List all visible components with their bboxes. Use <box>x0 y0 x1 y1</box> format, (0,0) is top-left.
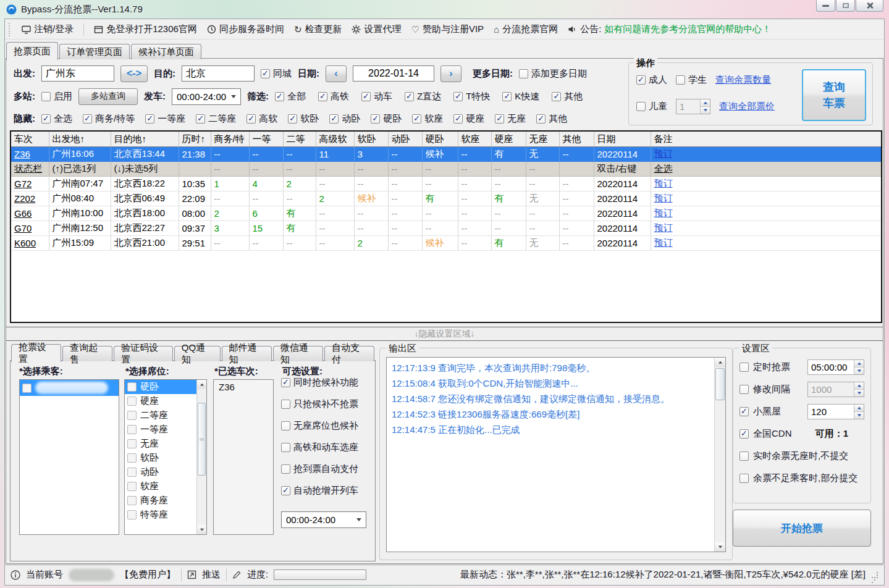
hide-checkbox[interactable]: 软卧 <box>288 113 319 125</box>
seat-option[interactable]: 一等座 <box>125 422 197 437</box>
child-checkbox[interactable]: 儿童 <box>636 101 667 112</box>
child-count-spinner[interactable]: 1 <box>676 99 710 114</box>
open-12306-button[interactable]: 免登录打开12306官网 <box>94 23 197 35</box>
filter-checkbox[interactable]: 全部 <box>275 91 306 103</box>
official-site-button[interactable]: ⌂ 分流抢票官网 <box>494 23 558 35</box>
column-header[interactable]: 目的地↑ <box>111 132 179 147</box>
tab-order-manage[interactable]: 订单管理页面 <box>59 44 130 59</box>
setting-spinner[interactable]: 05:00:00 <box>807 359 864 375</box>
filter-checkbox[interactable]: Z直达 <box>405 91 441 103</box>
prev-date-button[interactable]: ‹ <box>326 65 347 82</box>
maximize-button[interactable] <box>836 0 855 12</box>
scrollbar-thumb[interactable] <box>198 403 206 476</box>
column-header[interactable]: 高级软 <box>316 132 354 147</box>
column-header[interactable]: 无座 <box>526 132 559 147</box>
output-textarea[interactable]: 12:17:13:9 查询完毕，本次查询共用时:798毫秒。12:15:08:4… <box>386 357 726 552</box>
grab-option-checkbox[interactable]: 抢到票自动支付 <box>281 463 358 475</box>
train-number-link[interactable]: Z202 <box>11 191 49 206</box>
spinner-arrows[interactable] <box>854 405 864 419</box>
scroll-down-button[interactable] <box>715 542 725 552</box>
close-button[interactable] <box>856 0 883 12</box>
setting-checkbox[interactable]: 余票不足乘客时,部分提交 <box>739 472 857 484</box>
reserve-link[interactable]: 预订 <box>651 147 881 162</box>
column-header[interactable]: 出发地↑ <box>49 132 111 147</box>
check-update-button[interactable]: ↻ 检查更新 <box>294 23 342 35</box>
student-checkbox[interactable]: 学生 <box>676 74 707 86</box>
same-city-checkbox[interactable]: 同城 <box>261 68 292 80</box>
seat-option[interactable]: 硬卧 <box>125 380 197 394</box>
train-number-link[interactable]: K600 <box>11 236 49 251</box>
setting-checkbox[interactable]: 修改间隔 <box>739 384 790 395</box>
seat-option[interactable]: 无座 <box>125 437 197 451</box>
setting-checkbox[interactable]: 全国CDN <box>739 428 792 440</box>
tab-wechat-notify[interactable]: 微信通知 <box>273 346 323 361</box>
train-row[interactable]: K600广州15:09北京西21:0029:51--------2--候补--有… <box>11 236 881 251</box>
hide-checkbox[interactable]: 动卧 <box>329 113 360 125</box>
depart-input[interactable] <box>41 65 114 82</box>
column-header[interactable]: 备注 <box>651 132 881 147</box>
setting-spinner[interactable]: 120 <box>807 404 864 419</box>
grab-option-checkbox[interactable]: 自动抢增开列车 <box>281 485 358 497</box>
add-more-dates-checkbox[interactable]: 添加更多日期 <box>519 68 587 80</box>
minimize-button[interactable] <box>816 0 835 12</box>
depart-time-select[interactable]: 00:00-24:00 <box>172 88 241 105</box>
setting-spinner[interactable]: 1000 <box>807 382 864 397</box>
multi-station-query-button[interactable]: 多站查询 <box>78 88 138 105</box>
hide-checkbox[interactable]: 软座 <box>412 113 443 125</box>
train-number-link[interactable]: G70 <box>11 221 49 236</box>
grab-option-checkbox[interactable]: 同时抢候补功能 <box>281 377 358 388</box>
train-row[interactable]: G70广州南12:50北京西22:2709:37315有------------… <box>11 221 881 236</box>
reserve-link[interactable]: 全选 <box>651 162 881 177</box>
filter-checkbox[interactable]: K快速 <box>502 91 539 103</box>
push-button[interactable]: 推送 <box>202 569 221 581</box>
tab-captcha-settings[interactable]: 验证码设置 <box>114 346 172 361</box>
filter-checkbox[interactable]: 高铁 <box>318 91 349 103</box>
filter-checkbox[interactable]: 动车 <box>361 91 392 103</box>
train-number-link[interactable]: G66 <box>11 206 49 221</box>
column-header[interactable]: 车次 <box>11 132 49 147</box>
tab-auto-pay[interactable]: 自动支付 <box>324 346 374 361</box>
swap-stations-button[interactable]: <-> <box>120 65 148 82</box>
filter-checkbox[interactable]: 其他 <box>552 91 583 103</box>
status-row[interactable]: 状态栏(↑)已选1列(↓)未选5列--------------------双击/… <box>11 162 881 177</box>
grab-option-checkbox[interactable]: 只抢候补不抢票 <box>281 398 358 410</box>
grab-option-checkbox[interactable]: 无座席位也候补 <box>281 420 358 432</box>
tab-query-onsale[interactable]: 查询起售 <box>62 346 112 361</box>
filter-checkbox[interactable]: T特快 <box>453 91 490 103</box>
tab-qq-notify[interactable]: QQ通知 <box>174 346 221 361</box>
train-row[interactable]: G66广州南10:00北京西18:0008:0026有-------------… <box>11 206 881 221</box>
setting-checkbox[interactable]: 实时余票无座时,不提交 <box>739 450 848 462</box>
spinner-arrows[interactable] <box>854 382 864 397</box>
checkbox[interactable] <box>22 384 32 393</box>
column-header[interactable]: 软座 <box>458 132 491 147</box>
hide-checkbox[interactable]: 硬卧 <box>371 113 402 125</box>
hidden-settings-bar[interactable]: ↓隐藏设置区域↓ <box>6 327 883 341</box>
seat-option[interactable]: 硬座 <box>125 394 197 408</box>
hide-checkbox[interactable]: 其他 <box>536 113 567 125</box>
reserve-link[interactable]: 预订 <box>651 236 881 251</box>
query-all-prices-link[interactable]: 查询全部票价 <box>719 101 775 112</box>
column-header[interactable]: 动卧 <box>388 132 422 147</box>
query-tickets-button[interactable]: 查询 车票 <box>802 69 866 121</box>
scrollbar-thumb[interactable] <box>715 368 725 400</box>
seat-option[interactable]: 特等座 <box>125 508 197 522</box>
dest-input[interactable] <box>182 65 255 82</box>
train-row[interactable]: G72广州南07:47北京西18:2210:35142-------------… <box>11 177 881 191</box>
seat-option[interactable]: 商务座 <box>125 494 197 508</box>
hide-checkbox[interactable]: 无座 <box>495 113 526 125</box>
selected-train-item[interactable]: Z36 <box>214 380 273 394</box>
tab-grab-page[interactable]: 抢票页面 <box>6 42 58 60</box>
reserve-link[interactable]: 预订 <box>651 177 881 191</box>
column-header[interactable]: 一等 <box>249 132 283 147</box>
reserve-link[interactable]: 预订 <box>651 206 881 221</box>
column-header[interactable]: 日期 <box>594 132 651 147</box>
train-number-link[interactable]: G72 <box>11 177 49 191</box>
column-header[interactable]: 硬卧 <box>422 132 458 147</box>
hide-checkbox[interactable]: 高软 <box>246 113 277 125</box>
scroll-up-button[interactable] <box>715 358 725 367</box>
column-header[interactable]: 其他 <box>559 132 594 147</box>
column-header[interactable]: 硬座 <box>491 132 526 147</box>
seat-option[interactable]: 软卧 <box>125 451 197 465</box>
spinner-arrows[interactable] <box>854 360 864 374</box>
resize-grip[interactable] <box>871 571 878 579</box>
